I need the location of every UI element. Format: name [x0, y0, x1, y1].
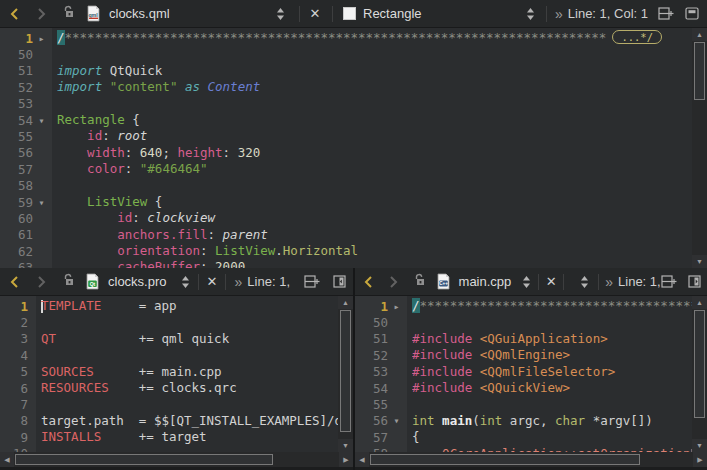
code-line[interactable]: TEMPLATE = app — [41, 298, 338, 314]
vertical-scrollbar[interactable]: ▲ ▼ — [338, 296, 353, 452]
code-line[interactable]: int main(int argc, char *argv[]) — [412, 413, 692, 429]
scrollbar-handle[interactable] — [694, 42, 705, 100]
line-number: 61 — [0, 227, 33, 242]
code-line[interactable]: Rectangle { — [57, 112, 692, 128]
code-line[interactable] — [57, 46, 692, 62]
line-number-gutter: 1▸50515253545556▾5758 — [355, 296, 407, 452]
line-number: 52 — [0, 80, 33, 95]
code-line[interactable]: import "content" as Content — [57, 79, 692, 95]
code-line[interactable]: #include <QQuickView> — [412, 380, 692, 396]
code-line[interactable]: id: clockview — [57, 210, 692, 226]
forward-chevron-icon — [386, 275, 400, 289]
back-button[interactable] — [6, 7, 24, 21]
scrollbar-handle[interactable] — [15, 454, 273, 465]
code-line[interactable] — [57, 96, 692, 112]
code-line[interactable] — [57, 178, 692, 194]
document-title[interactable]: clocks.pro — [108, 274, 178, 289]
symbol-selector[interactable]: Rectangle — [363, 6, 422, 21]
scrollbar-handle[interactable] — [370, 454, 640, 465]
code-line[interactable] — [412, 396, 692, 412]
scroll-down-button[interactable]: ▼ — [692, 255, 707, 268]
scroll-down-button[interactable]: ▼ — [692, 439, 707, 452]
code-line[interactable]: anchors.fill: parent — [57, 227, 692, 243]
fold-collapsed-marker[interactable]: ▸ — [388, 301, 405, 312]
code-line[interactable]: target.path = $$[QT_INSTALL_EXAMPLES]/de… — [41, 413, 338, 429]
close-document-button[interactable]: ✕ — [543, 274, 559, 289]
code-line[interactable]: /***************************************… — [412, 298, 692, 314]
close-document-button[interactable]: ✕ — [306, 6, 324, 21]
code-area[interactable]: TEMPLATE = appQT += qml quickSOURCES += … — [36, 296, 338, 452]
code-area[interactable]: /***************************************… — [52, 28, 692, 268]
vertical-scrollbar[interactable]: ▲ ▼ — [692, 28, 707, 268]
code-line[interactable]: SOURCES += main.cpp — [41, 364, 338, 380]
line-number: 8 — [0, 413, 28, 428]
split-button[interactable] — [302, 275, 322, 288]
overflow-chevron-icon[interactable]: » — [555, 6, 563, 22]
scroll-up-button[interactable]: ▲ — [692, 296, 707, 309]
forward-button[interactable] — [32, 275, 50, 289]
overflow-chevron-icon[interactable]: » — [605, 274, 613, 290]
document-title[interactable]: clocks.qml — [109, 6, 273, 21]
editor-main-cpp[interactable]: 1▸50515253545556▾5758 /*****************… — [355, 296, 707, 470]
horizontal-scrollbar[interactable]: ◀ ▶ — [0, 452, 353, 467]
scroll-up-button[interactable]: ▲ — [692, 28, 707, 41]
scroll-right-button[interactable]: ▶ — [693, 452, 707, 467]
scrollbar-handle[interactable] — [694, 310, 705, 418]
document-title[interactable]: main.cpp — [459, 274, 520, 289]
scroll-up-button[interactable]: ▲ — [338, 296, 353, 309]
symbol-dropdown[interactable] — [524, 7, 538, 21]
code-line[interactable]: color: "#646464" — [57, 161, 692, 177]
code-line[interactable] — [412, 314, 692, 330]
code-line[interactable]: orientation: ListView.Horizontal — [57, 243, 692, 259]
code-line[interactable]: { — [412, 429, 692, 445]
code-line[interactable] — [41, 396, 338, 412]
editor-clocks-qml[interactable]: 1▸5051525354▾5556575859▾60616263 /******… — [0, 28, 707, 268]
close-document-button[interactable]: ✕ — [203, 274, 221, 289]
folded-region-badge[interactable]: ...*/ — [612, 30, 662, 44]
code-line[interactable]: ListView { — [57, 194, 692, 210]
overflow-chevron-icon[interactable]: » — [235, 274, 243, 290]
close-split-button[interactable] — [330, 275, 348, 288]
scroll-left-button[interactable]: ◀ — [355, 452, 369, 467]
forward-button[interactable] — [32, 7, 50, 21]
code-line[interactable]: cacheBuffer: 2000 — [57, 259, 692, 268]
editor-clocks-pro[interactable]: 12345678910 TEMPLATE = appQT += qml quic… — [0, 296, 353, 470]
fold-expanded-marker[interactable]: ▾ — [33, 115, 50, 126]
document-dropdown[interactable] — [178, 275, 192, 289]
document-dropdown[interactable] — [273, 7, 287, 21]
back-button[interactable] — [6, 275, 24, 289]
split-button[interactable] — [661, 275, 679, 288]
horizontal-scrollbar[interactable]: ◀ ▶ — [355, 452, 707, 467]
rectangle-symbol-icon — [343, 7, 356, 20]
back-button[interactable] — [361, 275, 377, 289]
vertical-scrollbar[interactable]: ▲ ▼ — [692, 296, 707, 452]
code-line[interactable]: RESOURCES += clocks.qrc — [41, 380, 338, 396]
scroll-down-button[interactable]: ▼ — [338, 439, 353, 452]
document-dropdown[interactable] — [520, 275, 532, 289]
fold-expanded-marker[interactable]: ▾ — [388, 415, 405, 426]
scroll-left-button[interactable]: ◀ — [0, 452, 14, 467]
code-line[interactable]: /***************************************… — [57, 30, 692, 46]
split-button[interactable] — [656, 7, 676, 20]
code-area[interactable]: /***************************************… — [407, 296, 692, 452]
code-line[interactable] — [41, 347, 338, 363]
code-line[interactable]: QT += qml quick — [41, 331, 338, 347]
fold-expanded-marker[interactable]: ▾ — [33, 197, 50, 208]
scrollbar-handle[interactable] — [340, 310, 351, 432]
code-line[interactable]: width: 640; height: 320 — [57, 145, 692, 161]
code-line[interactable]: id: root — [57, 128, 692, 144]
back-chevron-icon — [8, 7, 22, 21]
code-line[interactable]: INSTALLS += target — [41, 429, 338, 445]
code-line[interactable] — [41, 314, 338, 330]
forward-chevron-icon — [34, 7, 48, 21]
toggle-panel-button[interactable] — [682, 7, 702, 20]
symbol-dropdown[interactable] — [578, 275, 590, 289]
code-line[interactable]: #include <QGuiApplication> — [412, 331, 692, 347]
forward-button[interactable] — [385, 275, 401, 289]
code-line[interactable]: import QtQuick — [57, 63, 692, 79]
code-line[interactable]: #include <QQmlFileSelector> — [412, 364, 692, 380]
code-line[interactable]: #include <QQmlEngine> — [412, 347, 692, 363]
fold-collapsed-marker[interactable]: ▸ — [33, 33, 50, 44]
scroll-right-button[interactable]: ▶ — [339, 452, 353, 467]
close-split-button[interactable] — [686, 275, 702, 288]
